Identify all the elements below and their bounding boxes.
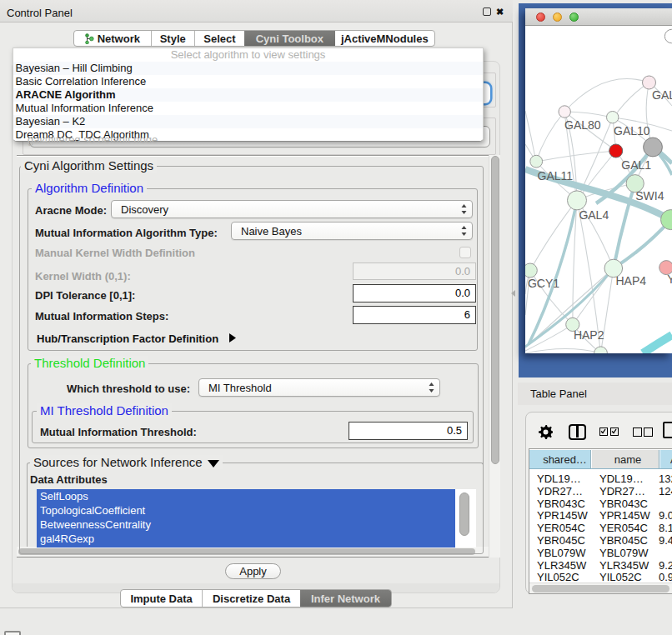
svg-text:Y: Y	[667, 272, 672, 286]
svg-text:GAL10: GAL10	[614, 124, 650, 138]
svg-text:GAL: GAL	[652, 88, 672, 102]
svg-text:SWI4: SWI4	[635, 189, 664, 202]
svg-text:GAL11: GAL11	[538, 169, 574, 182]
svg-text:GAL1: GAL1	[621, 158, 651, 172]
svg-text:HAP2: HAP2	[574, 328, 604, 342]
svg-text:HAP4: HAP4	[616, 274, 647, 288]
svg-text:GAL80: GAL80	[564, 118, 601, 132]
svg-text:GAL4: GAL4	[579, 208, 609, 222]
svg-text:GCY1: GCY1	[528, 277, 559, 290]
